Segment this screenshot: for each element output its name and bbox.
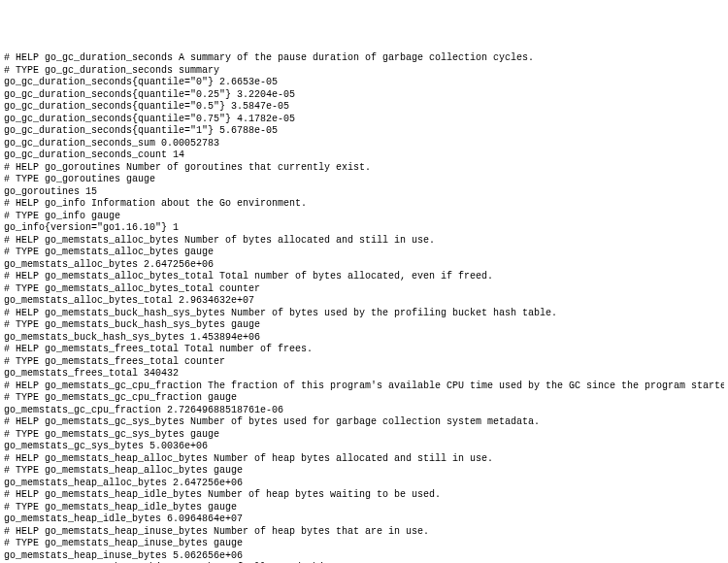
metrics-line: go_memstats_heap_idle_bytes 6.0964864e+0… [4,513,724,526]
metrics-line: # HELP go_goroutines Number of goroutine… [4,162,724,175]
metrics-line: go_gc_duration_seconds{quantile="0"} 2.6… [4,77,724,89]
metrics-line: # HELP go_memstats_buck_hash_sys_bytes N… [4,308,724,320]
prometheus-metrics-output: # HELP go_gc_duration_seconds A summary … [4,52,724,563]
metrics-line: go_memstats_alloc_bytes 2.647256e+06 [4,259,724,272]
metrics-line: # TYPE go_goroutines gauge [4,174,724,186]
metrics-line: # HELP go_memstats_heap_idle_bytes Numbe… [4,489,724,502]
metrics-line: # TYPE go_memstats_heap_alloc_bytes gaug… [4,465,724,478]
metrics-line: go_gc_duration_seconds_sum 0.00052783 [4,138,724,150]
metrics-line: # TYPE go_memstats_alloc_bytes gauge [4,247,724,259]
metrics-line: # TYPE go_memstats_buck_hash_sys_bytes g… [4,319,724,332]
metrics-line: go_memstats_heap_inuse_bytes 5.062656e+0… [4,550,724,563]
metrics-line: # HELP go_memstats_frees_total Total num… [4,344,724,356]
metrics-line: # HELP go_memstats_heap_alloc_bytes Numb… [4,453,724,466]
metrics-line: # TYPE go_memstats_heap_inuse_bytes gaug… [4,538,724,550]
metrics-line: # TYPE go_memstats_frees_total counter [4,356,724,369]
metrics-line: go_memstats_heap_alloc_bytes 2.647256e+0… [4,478,724,490]
metrics-line: # TYPE go_memstats_heap_idle_bytes gauge [4,502,724,514]
metrics-line: go_gc_duration_seconds{quantile="1"} 5.6… [4,125,724,138]
metrics-line: go_memstats_buck_hash_sys_bytes 1.453894… [4,332,724,345]
metrics-line: go_gc_duration_seconds{quantile="0.25"} … [4,89,724,102]
metrics-line: go_memstats_gc_cpu_fraction 2.7264968851… [4,405,724,417]
metrics-line: # TYPE go_memstats_gc_cpu_fraction gauge [4,392,724,405]
metrics-line: # HELP go_memstats_gc_sys_bytes Number o… [4,416,724,429]
metrics-line: go_goroutines 15 [4,186,724,199]
metrics-line: go_gc_duration_seconds_count 14 [4,149,724,162]
metrics-line: # HELP go_gc_duration_seconds A summary … [4,52,724,65]
metrics-line: go_gc_duration_seconds{quantile="0.75"} … [4,114,724,126]
metrics-line: # HELP go_info Information about the Go … [4,198,724,211]
metrics-line: # TYPE go_gc_duration_seconds summary [4,65,724,78]
metrics-line: # HELP go_memstats_alloc_bytes_total Tot… [4,271,724,283]
metrics-line: # HELP go_memstats_heap_inuse_bytes Numb… [4,526,724,539]
metrics-line: # HELP go_memstats_alloc_bytes Number of… [4,235,724,248]
metrics-line: go_memstats_alloc_bytes_total 2.9634632e… [4,295,724,308]
metrics-line: go_memstats_gc_sys_bytes 5.0036e+06 [4,441,724,453]
metrics-line: # HELP go_memstats_gc_cpu_fraction The f… [4,381,724,393]
metrics-line: # TYPE go_memstats_gc_sys_bytes gauge [4,429,724,442]
metrics-line: # TYPE go_info gauge [4,211,724,223]
metrics-line: # TYPE go_memstats_alloc_bytes_total cou… [4,283,724,296]
metrics-line: go_info{version="go1.16.10"} 1 [4,222,724,235]
metrics-line: go_memstats_frees_total 340432 [4,368,724,381]
metrics-line: go_gc_duration_seconds{quantile="0.5"} 3… [4,101,724,114]
